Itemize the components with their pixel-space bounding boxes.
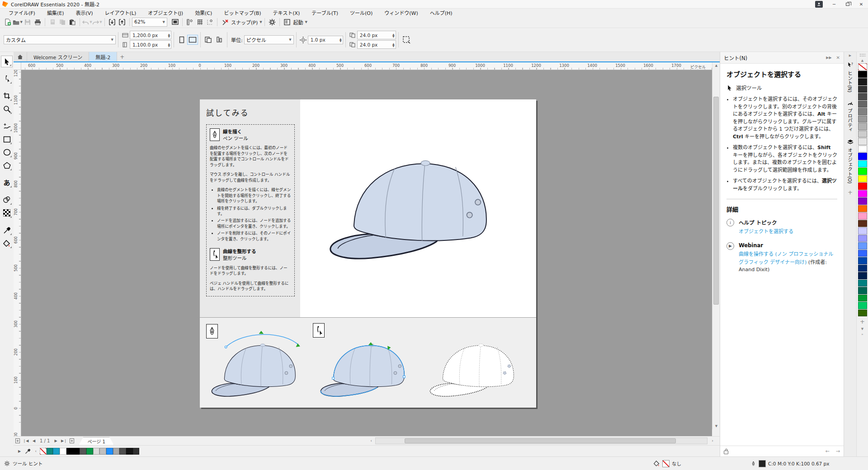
text-tool[interactable]: あ	[1, 177, 13, 188]
horizontal-ruler[interactable]: 6005004003002001000100200300400500600700…	[21, 62, 712, 70]
menu-item[interactable]: ヘルプ(H)	[424, 9, 458, 17]
fullscreen-preview-icon[interactable]	[170, 18, 180, 27]
color-swatch[interactable]	[858, 93, 867, 100]
add-page-start-icon[interactable]	[14, 437, 22, 445]
snap-label[interactable]: スナップ(P)	[231, 19, 258, 26]
redo-icon[interactable]: ▼	[92, 18, 102, 27]
color-swatch[interactable]	[858, 153, 867, 160]
export-icon[interactable]	[117, 18, 127, 27]
color-swatch[interactable]	[858, 295, 867, 302]
page-width-field[interactable]: 1,200.0 px▲▼	[130, 31, 171, 39]
color-swatch[interactable]	[858, 116, 867, 123]
next-page-button[interactable]: ▶	[52, 437, 60, 445]
color-swatch[interactable]	[40, 448, 47, 455]
drop-shadow-tool[interactable]	[1, 194, 13, 206]
polygon-tool[interactable]	[1, 160, 13, 171]
options-gear-icon[interactable]	[267, 18, 277, 27]
vertical-scroll-thumb[interactable]	[713, 97, 719, 305]
print-icon[interactable]	[33, 18, 42, 27]
color-swatch[interactable]	[133, 448, 140, 455]
color-swatch[interactable]	[858, 197, 867, 205]
color-swatch[interactable]	[86, 448, 93, 455]
color-swatch[interactable]	[858, 265, 867, 272]
last-page-button[interactable]: ▶❘	[60, 437, 68, 445]
restore-button[interactable]	[841, 0, 854, 8]
page-height-field[interactable]: 1,100.0 px▲▼	[130, 40, 171, 49]
color-swatch[interactable]	[858, 160, 867, 168]
vertical-scrollbar[interactable]: ▲ ▼	[712, 62, 720, 429]
add-docker-icon[interactable]: +	[848, 188, 853, 197]
paste-icon[interactable]	[67, 18, 77, 27]
menu-item[interactable]: ビットマップ(B)	[218, 9, 267, 17]
new-tab-button[interactable]: +	[117, 52, 127, 61]
menu-item[interactable]: 表示(V)	[70, 9, 99, 17]
treat-as-filled-button[interactable]	[401, 35, 412, 45]
color-swatch[interactable]	[858, 250, 867, 257]
palette-flyout-icon[interactable]: ▶	[15, 447, 24, 455]
color-swatch[interactable]	[99, 448, 106, 455]
menu-item[interactable]: ウィンドウ(W)	[378, 9, 424, 17]
tab-welcome-screen[interactable]: Welcome スクリーン	[27, 52, 89, 61]
color-swatch[interactable]	[66, 448, 73, 455]
portrait-button[interactable]	[176, 35, 187, 45]
page-preset-combo[interactable]: カスタム▼	[4, 35, 116, 44]
color-swatch[interactable]	[858, 190, 867, 197]
color-swatch[interactable]	[858, 242, 867, 249]
open-icon[interactable]: ▼	[13, 18, 23, 27]
hscroll-right-arrow[interactable]: ›	[708, 437, 717, 445]
copy-icon[interactable]	[57, 18, 67, 27]
new-document-icon[interactable]	[3, 18, 13, 27]
color-swatch[interactable]	[858, 220, 867, 227]
help-topic-link[interactable]: オブジェクトを選択する	[739, 228, 793, 236]
palette-up-icon[interactable]: ▲	[861, 58, 863, 63]
all-pages-button[interactable]	[203, 35, 214, 45]
color-swatch[interactable]	[858, 168, 867, 175]
collapse-docker-icon[interactable]: ▶▶	[826, 56, 831, 60]
menu-item[interactable]: ツール(O)	[344, 9, 378, 17]
hscroll-left-arrow[interactable]: ‹	[367, 437, 375, 445]
horizontal-scrollbar[interactable]	[375, 437, 708, 444]
previous-page-button[interactable]: ◀	[30, 437, 38, 445]
tab-untitled-2[interactable]: 無題-2	[89, 52, 117, 61]
scroll-up-icon[interactable]: ▲	[712, 62, 720, 69]
color-swatch[interactable]	[858, 63, 867, 70]
import-icon[interactable]	[107, 18, 117, 27]
palette-add-icon[interactable]: +	[860, 317, 865, 326]
color-swatch[interactable]	[858, 302, 867, 309]
close-docker-icon[interactable]: ✕	[836, 55, 840, 60]
color-swatch[interactable]	[80, 448, 86, 455]
nav-back-icon[interactable]: ←	[826, 448, 830, 454]
save-icon[interactable]	[23, 18, 33, 27]
color-swatch[interactable]	[47, 448, 53, 455]
page-1-tab[interactable]: ページ 1	[79, 437, 113, 445]
color-swatch[interactable]	[858, 310, 867, 317]
color-swatch[interactable]	[73, 448, 80, 455]
snap-off-icon[interactable]	[220, 18, 230, 27]
color-swatch[interactable]	[858, 101, 867, 108]
color-swatch[interactable]	[126, 448, 133, 455]
palette-eyedropper-icon[interactable]	[24, 447, 32, 455]
cut-icon[interactable]	[47, 18, 57, 27]
zoom-level-combo[interactable]: 62%▼	[132, 18, 167, 27]
color-swatch[interactable]	[119, 448, 126, 455]
transparency-tool[interactable]	[1, 207, 13, 219]
color-swatch[interactable]	[858, 280, 867, 287]
color-swatch[interactable]	[858, 86, 867, 93]
dock-expand-icon[interactable]: ▶	[849, 53, 851, 58]
first-page-button[interactable]: ❘◀	[22, 437, 30, 445]
menu-item[interactable]: 効果(C)	[189, 9, 218, 17]
color-swatch[interactable]	[53, 448, 60, 455]
freehand-tool[interactable]	[1, 120, 13, 132]
docker-tab-objects[interactable]: オブジェクト(O)	[847, 136, 854, 187]
menu-item[interactable]: ファイル(F)	[3, 9, 41, 17]
nav-forward-icon[interactable]: →	[836, 448, 840, 454]
nudge-field[interactable]: 1.0 px▲▼	[308, 36, 343, 44]
color-swatch[interactable]	[858, 227, 867, 235]
palette-grip[interactable]	[859, 53, 866, 57]
status-gear-icon[interactable]	[3, 460, 11, 467]
color-swatch[interactable]	[858, 287, 867, 294]
zoom-tool[interactable]	[1, 103, 13, 115]
close-button[interactable]: ✕	[854, 0, 868, 8]
color-swatch[interactable]	[858, 205, 867, 212]
horizontal-scroll-thumb[interactable]	[405, 438, 676, 443]
